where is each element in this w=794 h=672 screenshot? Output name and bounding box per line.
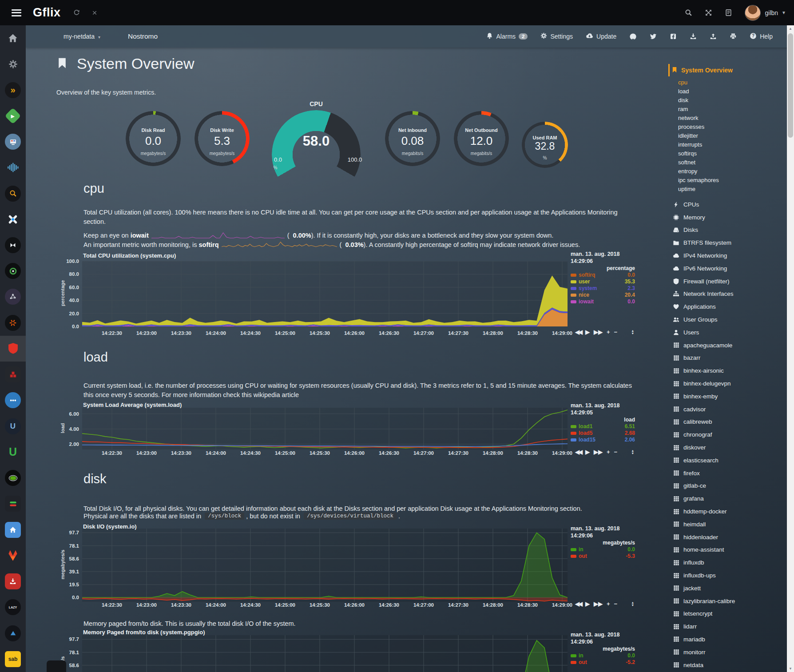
menu-section-system-overview[interactable]: System Overview [671,65,783,76]
sidebar-app-item[interactable] [0,129,26,155]
chart-system.io[interactable] [82,529,568,602]
menu-app-lazylibrarian-calibre[interactable]: lazylibrarian-calibre [671,595,783,608]
zoom-in-button[interactable]: + [607,449,610,455]
menu-section-btrfs-filesystem[interactable]: BTRFS filesystem [671,236,783,249]
pan-backward-button[interactable]: ◀◀ [575,449,581,455]
menu-app-cadvisor[interactable]: cadvisor [671,403,783,416]
menu-app-hddtemp-docker[interactable]: hddtemp-docker [671,505,783,518]
legend-item-nice[interactable]: nice20.4 [571,292,635,298]
submenu-item-softirqs[interactable]: softirqs [678,149,783,158]
menu-section-cpus[interactable]: CPUs [671,198,783,211]
menu-section-firewall-netfilter-[interactable]: Firewall (netfilter) [671,275,783,288]
menu-app-mariadb[interactable]: mariadb [671,633,783,646]
play-button[interactable]: ▶ [585,449,590,455]
sidebar-app-item[interactable] [0,517,26,542]
zoom-out-button[interactable]: − [614,449,618,455]
legend-item-load15[interactable]: load152.06 [571,437,635,443]
sidebar-app-item[interactable] [0,387,26,413]
play-button[interactable]: ▶ [585,600,590,607]
user-menu-caret-icon[interactable]: ▼ [782,10,786,15]
submenu-item-processes[interactable]: processes [678,123,783,131]
menu-app-grafana[interactable]: grafana [671,492,783,505]
menu-app-influxdb-ups[interactable]: influxdb-ups [671,569,783,582]
menu-app-monitorr[interactable]: monitorr [671,646,783,659]
scroll-up-icon[interactable]: ▲ [787,27,794,31]
menu-app-diskover[interactable]: diskover [671,441,783,454]
resize-handle[interactable]: ▲▼ [631,601,634,607]
menu-app-gitlab-ce[interactable]: gitlab-ce [671,480,783,493]
sidebar-app-item[interactable]: U [0,414,26,439]
pan-forward-button[interactable]: ▶▶ [594,329,603,335]
submenu-item-network[interactable]: network [678,114,783,123]
legend-item-user[interactable]: user35.3 [571,278,635,285]
legend-item-load5[interactable]: load52.68 [571,430,635,437]
server-dropdown[interactable]: my-netdata ▾ [64,33,100,40]
github-icon[interactable] [629,33,637,40]
sidebar-app-item[interactable] [0,569,26,594]
menu-app-calibreweb[interactable]: calibreweb [671,416,783,429]
chart-system.pgpgio[interactable] [82,635,568,672]
submenu-item-ipc-semaphores[interactable]: ipc semaphores [678,176,783,185]
gauge-net-inbound[interactable]: Net Inbound0.08megabits/s [385,111,440,166]
legend-item-system[interactable]: system2.3 [571,285,635,292]
fullscreen-icon[interactable] [705,9,712,16]
zoom-out-button[interactable]: − [614,329,618,335]
pan-forward-button[interactable]: ▶▶ [594,600,603,607]
submenu-item-ram[interactable]: ram [678,105,783,114]
legend-item-iowait[interactable]: iowait0.0 [571,298,635,305]
sidebar-app-item[interactable]: LAZY [0,594,26,620]
sidebar-app-item[interactable] [0,51,26,77]
search-icon[interactable] [685,9,692,16]
pan-backward-button[interactable]: ◀◀ [575,329,581,335]
submenu-item-load[interactable]: load [678,87,783,96]
print-icon[interactable] [730,33,737,40]
sidebar-app-item[interactable] [0,620,26,646]
legend-item-in[interactable]: in0.0 [571,546,635,553]
gauge-cpu[interactable]: CPU58.00.0100.0% [272,100,361,200]
play-button[interactable]: ▶ [585,329,590,335]
close-icon[interactable]: × [92,8,97,18]
menu-app-binhex-delugevpn[interactable]: binhex-delugevpn [671,377,783,390]
sidebar-app-item[interactable] [0,465,26,491]
username[interactable]: gilbn [765,9,778,16]
menu-app-heimdall[interactable]: heimdall [671,518,783,531]
menu-section-users[interactable]: Users [671,326,783,339]
gauge-net-outbound[interactable]: Net Outbound12.0megabits/s [454,111,509,166]
legend-item-out[interactable]: out-5.3 [571,553,635,560]
chart-system.load[interactable] [82,408,568,449]
sidebar-app-item[interactable] [0,25,26,51]
menu-section-user-groups[interactable]: User Groups [671,313,783,326]
user-avatar[interactable] [745,5,761,21]
menu-app-home-assistant[interactable]: home-assistant [671,544,783,557]
import-icon[interactable] [690,33,697,40]
sidebar-app-item[interactable] [0,155,26,180]
scroll-down-icon[interactable]: ▼ [787,667,794,671]
menu-app-hiddenloader[interactable]: hiddenloader [671,531,783,544]
sidebar-app-item[interactable] [0,336,26,362]
submenu-item-entropy[interactable]: entropy [678,167,783,176]
menu-section-ipv6-networking[interactable]: IPv6 Networking [671,262,783,275]
menu-app-bazarr[interactable]: bazarr [671,352,783,365]
sidebar-app-item[interactable] [0,284,26,310]
submenu-item-interrupts[interactable]: interrupts [678,140,783,149]
sidebar-app-item[interactable]: » [0,77,26,103]
submenu-item-idlejitter[interactable]: idlejitter [678,131,783,140]
menu-hamburger-icon[interactable] [12,9,21,16]
settings-button[interactable]: Settings [540,32,573,40]
menu-app-binhex-airsonic[interactable]: binhex-airsonic [671,364,783,377]
sidebar-app-item[interactable]: sab [0,646,26,672]
menu-app-influxdb[interactable]: influxdb [671,556,783,569]
menu-app-jackett[interactable]: jackett [671,582,783,595]
resize-handle[interactable]: ▲▼ [631,330,634,335]
pan-forward-button[interactable]: ▶▶ [594,449,603,455]
resize-handle[interactable]: ▲▼ [631,449,634,455]
update-button[interactable]: Update [586,32,616,41]
gauge-disk-write[interactable]: Disk Write5.3megabytes/s [195,111,250,166]
zoom-in-button[interactable]: + [607,329,610,335]
menu-app-apacheguacamole[interactable]: apacheguacamole [671,339,783,352]
page-scrollbar[interactable]: ▲ ▼ [787,25,794,672]
scrollbar-thumb[interactable] [788,33,793,138]
zoom-out-button[interactable]: − [614,600,618,607]
sidebar-app-item[interactable] [0,310,26,336]
refresh-icon[interactable] [73,9,80,16]
